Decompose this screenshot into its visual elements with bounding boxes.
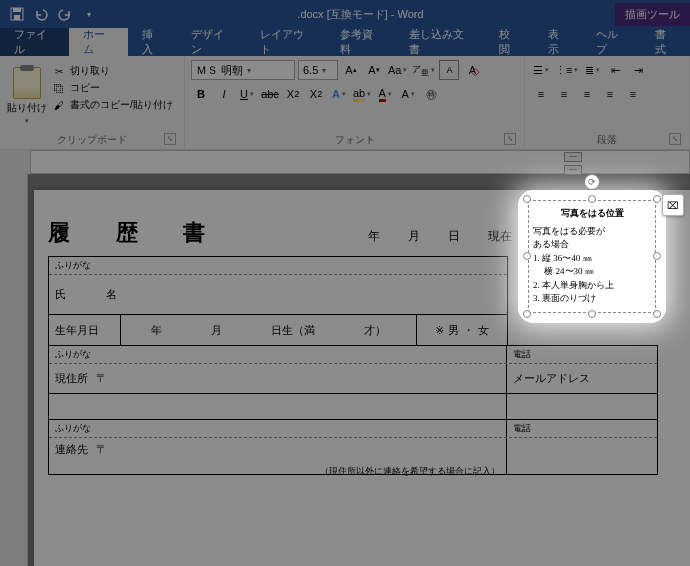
font-dialog-launcher[interactable]: ⤡ xyxy=(504,133,516,145)
resize-handle-s[interactable] xyxy=(588,310,596,318)
phone-label-2: 電話 xyxy=(507,420,657,437)
tab-home[interactable]: ホーム xyxy=(69,28,128,56)
grow-font-button[interactable]: A▴ xyxy=(341,60,361,80)
font-name-combo[interactable]: ＭＳ 明朝▾ xyxy=(191,60,295,80)
font-size-combo[interactable]: 6.5▾ xyxy=(298,60,338,80)
photo-textbox[interactable]: ⟳ ⌧ 写真をはる位置 写真をはる必要が ある場合 1. 縦 36〜40 ㎜ 横… xyxy=(528,200,656,313)
underline-button[interactable]: U xyxy=(237,84,257,104)
strikethrough-button[interactable]: abc xyxy=(260,84,280,104)
date-month-label: 月 xyxy=(408,228,420,245)
redo-button[interactable] xyxy=(54,3,76,25)
paste-button[interactable]: 貼り付け ▾ xyxy=(6,60,48,131)
resize-handle-w[interactable] xyxy=(523,252,531,260)
email-label: メールアドレス xyxy=(507,364,657,393)
contact-field: 連絡先〒 （現住所以外に連絡を希望する場合に記入） xyxy=(49,438,507,474)
resize-handle-se[interactable] xyxy=(653,310,661,318)
contact-note: （現住所以外に連絡を希望する場合に記入） xyxy=(320,465,500,478)
group-font-label: フォント⤡ xyxy=(191,131,518,147)
copy-button[interactable]: ⿻コピー xyxy=(52,81,173,95)
paste-label: 貼り付け xyxy=(7,101,47,115)
tab-mailings[interactable]: 差し込み文書 xyxy=(395,28,485,56)
tab-format[interactable]: 書式 xyxy=(641,28,690,56)
name-label: 氏 名 xyxy=(49,275,507,314)
ruby-button[interactable]: ア亜 xyxy=(411,60,436,80)
italic-button[interactable]: I xyxy=(214,84,234,104)
group-clipboard-label: クリップボード⤡ xyxy=(6,131,178,147)
char-border-button[interactable]: A xyxy=(439,60,459,80)
resize-handle-sw[interactable] xyxy=(523,310,531,318)
tab-view[interactable]: 表示 xyxy=(534,28,583,56)
textbox-line6: 3. 裏面のりづけ xyxy=(533,292,651,306)
email-blank xyxy=(507,394,657,419)
svg-rect-1 xyxy=(13,8,21,12)
birthdate-fields: 年月日生（満才） xyxy=(121,315,417,345)
tab-review[interactable]: 校閲 xyxy=(485,28,534,56)
align-right-button[interactable]: ≡ xyxy=(577,84,597,104)
bullets-button[interactable]: ☰ xyxy=(531,60,551,80)
font-color-button[interactable]: A xyxy=(375,84,395,104)
tab-file[interactable]: ファイル xyxy=(0,28,69,56)
tab-layout[interactable]: レイアウト xyxy=(246,28,326,56)
align-center-button[interactable]: ≡ xyxy=(554,84,574,104)
shrink-font-button[interactable]: A▾ xyxy=(364,60,384,80)
highlight-button[interactable]: ab xyxy=(352,84,372,104)
paragraph-dialog-launcher[interactable]: ⤡ xyxy=(669,133,681,145)
copy-icon: ⿻ xyxy=(52,81,66,95)
tab-help[interactable]: ヘルプ xyxy=(582,28,641,56)
vertical-ruler[interactable] xyxy=(0,174,28,566)
qat-customize-button[interactable]: ▾ xyxy=(78,3,100,25)
clipboard-icon xyxy=(13,67,41,99)
date-day-label: 日 xyxy=(448,228,460,245)
format-painter-label: 書式のコピー/貼り付け xyxy=(70,98,173,112)
justify-button[interactable]: ≡ xyxy=(600,84,620,104)
svg-rect-2 xyxy=(14,15,20,20)
ribbon-tabs: ファイル ホーム 挿入 デザイン レイアウト 参考資料 差し込み文書 校閲 表示… xyxy=(0,28,690,56)
bold-button[interactable]: B xyxy=(191,84,211,104)
clipboard-dialog-launcher[interactable]: ⤡ xyxy=(164,133,176,145)
tab-design[interactable]: デザイン xyxy=(177,28,246,56)
distributed-button[interactable]: ≡ xyxy=(623,84,643,104)
textbox-line3: 1. 縦 36〜40 ㎜ xyxy=(533,252,651,266)
horizontal-ruler[interactable] xyxy=(30,150,690,174)
tab-references[interactable]: 参考資料 xyxy=(326,28,395,56)
section-break-indicator xyxy=(564,152,582,175)
enclose-char-button[interactable]: ㊕ xyxy=(421,84,441,104)
resize-handle-n[interactable] xyxy=(588,195,596,203)
resize-handle-e[interactable] xyxy=(653,252,661,260)
numbering-button[interactable]: ⋮≡ xyxy=(554,60,579,80)
quick-access-toolbar: ▾ xyxy=(0,3,106,25)
change-case-button[interactable]: Aa xyxy=(387,60,408,80)
gender-field: ※ 男 ・ 女 xyxy=(417,315,507,345)
resume-form: ふりがな 氏 名 生年月日 年月日生（満才） ※ 男 ・ 女 xyxy=(48,256,508,346)
layout-options-button[interactable]: ⌧ xyxy=(662,194,684,216)
increase-indent-button[interactable]: ⇥ xyxy=(628,60,648,80)
font-size-value: 6.5 xyxy=(303,64,318,76)
subscript-button[interactable]: X2 xyxy=(283,84,303,104)
birthdate-label: 生年月日 xyxy=(49,315,121,345)
decrease-indent-button[interactable]: ⇤ xyxy=(605,60,625,80)
undo-button[interactable] xyxy=(30,3,52,25)
tab-insert[interactable]: 挿入 xyxy=(128,28,177,56)
textbox-title: 写真をはる位置 xyxy=(533,207,651,221)
phone-label-1: 電話 xyxy=(507,346,657,363)
format-painter-button[interactable]: 🖌書式のコピー/貼り付け xyxy=(52,98,173,112)
cut-button[interactable]: ✂切り取り xyxy=(52,64,173,78)
char-shading-button[interactable]: A xyxy=(398,84,418,104)
date-now-label: 現在 xyxy=(488,228,512,245)
save-button[interactable] xyxy=(6,3,28,25)
ruler xyxy=(0,150,690,174)
superscript-button[interactable]: X2 xyxy=(306,84,326,104)
furigana-address-label: ふりがな xyxy=(49,346,507,363)
copy-label: コピー xyxy=(70,81,100,95)
resize-handle-ne[interactable] xyxy=(653,195,661,203)
multilevel-list-button[interactable]: ≣ xyxy=(582,60,602,80)
textbox-line4: 横 24〜30 ㎜ xyxy=(533,265,651,279)
rotate-handle[interactable]: ⟳ xyxy=(584,174,600,190)
group-paragraph-label: 段落⤡ xyxy=(531,131,683,147)
clear-formatting-button[interactable]: A◇ xyxy=(462,60,482,80)
resize-handle-nw[interactable] xyxy=(523,195,531,203)
align-left-button[interactable]: ≡ xyxy=(531,84,551,104)
cut-label: 切り取り xyxy=(70,64,110,78)
text-effects-button[interactable]: A xyxy=(329,84,349,104)
address-blank xyxy=(49,394,507,419)
